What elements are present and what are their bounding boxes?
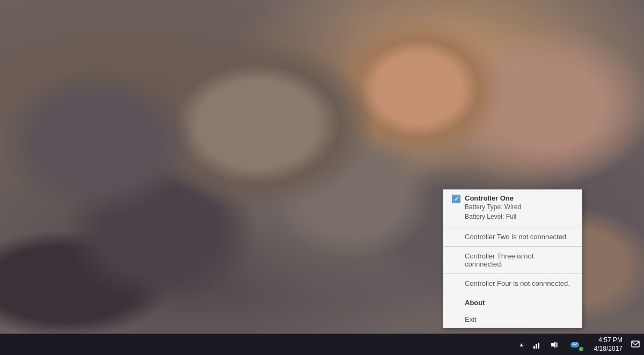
- svg-point-7: [576, 343, 577, 344]
- about-label: About: [465, 299, 485, 307]
- clock-time: 4:57 PM: [598, 336, 623, 345]
- clock-date: 4/18/2017: [594, 345, 623, 353]
- divider-4: [443, 293, 582, 293]
- controller-four-label: Controller Four is not connnected.: [465, 279, 570, 287]
- clock-area[interactable]: 4:57 PM 4/18/2017: [590, 336, 627, 353]
- show-hidden-icons-button[interactable]: ▲: [517, 334, 526, 356]
- gamepad-tray-icon: [569, 341, 581, 349]
- svg-rect-2: [538, 343, 539, 349]
- svg-rect-9: [632, 341, 639, 347]
- controller-one-battery-type: Battery Type: Wired: [465, 202, 521, 212]
- controller-one-battery-level: Battery Level: Full: [465, 212, 521, 221]
- svg-rect-0: [533, 346, 535, 349]
- svg-point-8: [575, 344, 576, 345]
- taskbar: ▲: [0, 334, 644, 355]
- controller-four-item[interactable]: Controller Four is not connnected.: [443, 275, 582, 292]
- exit-item[interactable]: Exit: [443, 311, 582, 328]
- check-icon: [452, 195, 460, 203]
- controller-three-label: Controller Three is not connnected.: [465, 252, 533, 268]
- controller-connected-dot: [579, 347, 583, 351]
- context-menu: Controller One Battery Type: Wired Batte…: [443, 189, 582, 328]
- svg-rect-1: [536, 344, 537, 349]
- divider-2: [443, 246, 582, 247]
- divider-1: [443, 227, 582, 227]
- controller-one-title: Controller One: [465, 194, 521, 202]
- controller-tray-area[interactable]: [564, 334, 586, 356]
- svg-marker-3: [551, 342, 555, 348]
- notification-icon: [631, 341, 640, 349]
- svg-rect-6: [573, 343, 574, 345]
- controller-two-label: Controller Two is not connnected.: [465, 233, 568, 241]
- exit-label: Exit: [465, 315, 477, 323]
- volume-tray-icon[interactable]: [546, 334, 563, 356]
- notification-button[interactable]: [627, 334, 644, 356]
- about-item[interactable]: About: [443, 294, 582, 311]
- controller-one-content: Controller One Battery Type: Wired Batte…: [465, 194, 521, 221]
- controller-one-item[interactable]: Controller One Battery Type: Wired Batte…: [443, 190, 582, 226]
- svg-rect-4: [570, 342, 579, 347]
- chevron-icon: ▲: [519, 342, 524, 347]
- divider-3: [443, 273, 582, 274]
- network-tray-icon[interactable]: [528, 334, 545, 356]
- controller-three-item[interactable]: Controller Three is not connnected.: [443, 248, 582, 272]
- controller-two-item[interactable]: Controller Two is not connnected.: [443, 228, 582, 245]
- systray-icons: ▲: [513, 334, 590, 356]
- network-icon: [532, 341, 540, 349]
- volume-icon: [550, 341, 559, 349]
